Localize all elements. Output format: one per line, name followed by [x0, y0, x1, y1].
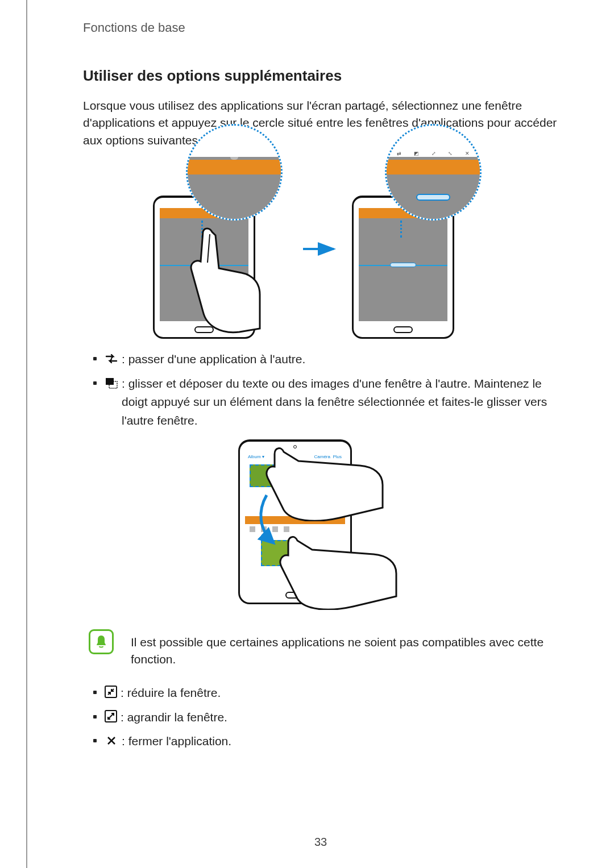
- drag-drop-icon: [105, 376, 118, 390]
- list-item-text: : glisser et déposer du texte ou des ima…: [122, 375, 558, 430]
- arrow-right-icon: [302, 242, 339, 256]
- hand-bottom-icon: [278, 525, 397, 610]
- page-number: 33: [27, 836, 614, 849]
- list-item: : fermer l'application.: [93, 732, 558, 751]
- note-text: Il est possible que certaines applicatio…: [131, 629, 558, 668]
- list-item: : glisser et déposer du texte ou des ima…: [93, 375, 558, 430]
- figure-drag-drop: Album ▾ Caméra Plus: [83, 439, 558, 616]
- close-icon: [105, 734, 118, 747]
- minimize-icon: [105, 686, 117, 698]
- maximize-icon: [105, 710, 117, 722]
- swap-icon: [105, 352, 118, 366]
- note-bell-icon: [89, 629, 114, 654]
- options-list-bottom: : réduire la fenêtre. : agrandir la fenê…: [83, 684, 558, 751]
- list-item: : réduire la fenêtre.: [93, 684, 558, 703]
- intro-paragraph: Lorsque vous utilisez des applications s…: [83, 97, 558, 149]
- list-item-text: : réduire la fenêtre.: [121, 684, 558, 703]
- list-item: : agrandir la fenêtre.: [93, 708, 558, 727]
- options-list-top: : passer d'une application à l'autre. : …: [83, 350, 558, 430]
- bullet-icon: [93, 691, 97, 694]
- compatibility-note: Il est possible que certaines applicatio…: [89, 629, 558, 668]
- list-item-text: : passer d'une application à l'autre.: [122, 350, 558, 369]
- bullet-icon: [93, 381, 97, 385]
- zoom-lens-after: ⇄◩⤢⤡✕: [385, 124, 482, 221]
- hand-top-icon: [264, 436, 384, 521]
- bullet-icon: [93, 357, 97, 360]
- list-item: : passer d'une application à l'autre.: [93, 350, 558, 369]
- breadcrumb: Fonctions de base: [83, 20, 558, 35]
- options-toolbar-icons: ⇄◩⤢⤡✕: [397, 149, 470, 157]
- list-item-text: : agrandir la fenêtre.: [121, 708, 558, 727]
- bullet-icon: [93, 715, 97, 719]
- bullet-icon: [93, 739, 97, 742]
- hand-touch-icon: [187, 226, 261, 342]
- zoom-lens-before: [186, 124, 283, 221]
- list-item-text: : fermer l'application.: [122, 732, 558, 751]
- figure-split-screen-options: ⇄◩⤢⤡✕: [83, 164, 558, 334]
- section-title: Utiliser des options supplémentaires: [83, 67, 558, 85]
